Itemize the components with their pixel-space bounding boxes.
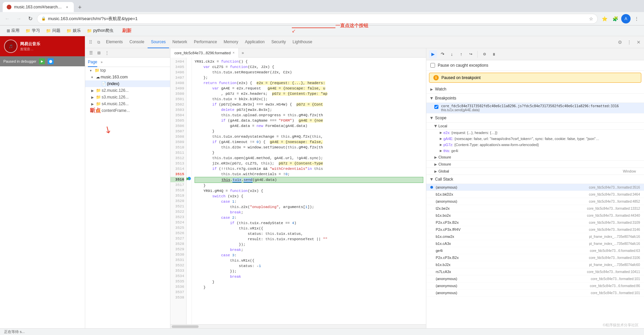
call-stack-item-4[interactable]: b1x.bo2x core_fdc5c84e73...formatted:443… (426, 212, 644, 219)
line-number: 3538 (170, 295, 184, 300)
apps-icon: ⊞ (7, 28, 10, 33)
scope-item-this[interactable]: ▶ this: ge4i (426, 148, 644, 154)
tab-network[interactable]: Network (169, 36, 191, 48)
call-stack-item-10[interactable]: P2x.cP3x.B2x core_fdc5c84e73...formatted… (426, 254, 644, 261)
call-stack-item-2[interactable]: (anonymous) core_fdc5c84e73...formatted:… (426, 198, 644, 205)
tree-item-s3[interactable]: ▶ 📁 s3.music.126... (85, 94, 170, 100)
new-file-btn[interactable]: ⊞ (96, 50, 102, 56)
menu-btn[interactable]: ⋮ (632, 14, 641, 23)
call-stack-item-3[interactable]: t2x.be2x core_fdc5c84e73...formatted:133… (426, 205, 644, 212)
watch-section-header[interactable]: ▶ Watch (426, 85, 644, 94)
apps-btn[interactable]: ⊞ 应用 (4, 27, 22, 34)
call-stack-item-14[interactable]: (anonymous) core_fdc5c84e73...6:formatte… (426, 282, 644, 289)
breakpoint-checkbox[interactable] (434, 105, 438, 109)
sidebar-toggle-btn[interactable]: ☰ (88, 50, 94, 56)
debug-record-btn[interactable]: ⬤ (48, 58, 54, 64)
step-out-btn[interactable]: ↑ (457, 50, 465, 58)
refresh-button[interactable]: ↻ (25, 14, 35, 23)
scroll-thumb[interactable] (172, 325, 199, 328)
breakpoint-entry[interactable]: core_fdc5c84e73173502fd5c40e6c11a8296.js… (426, 103, 644, 114)
cs-loc-8: pt_frame_index_...735e8074afc16 (589, 242, 640, 246)
bookmark-python[interactable]: 📁 python爬虫 (84, 27, 116, 34)
extension-btn[interactable]: 🧩 (610, 14, 620, 23)
editor-file-tab[interactable]: core_fdc5c84e73...8296:formatted × (170, 48, 239, 58)
tree-item-s4[interactable]: ▶ 📁 s4.music.126... (85, 100, 170, 107)
devtools-more-btn[interactable]: ⋮ (625, 38, 633, 46)
call-stack-item-11[interactable]: b1x.bJ2x pt_frame_index_...735e8074afc60 (426, 261, 644, 268)
call-stack-section-header[interactable]: ▶ Call Stack (426, 175, 644, 184)
bookmark-entertainment[interactable]: 📁 娱乐 (64, 27, 84, 34)
closure-section-header[interactable]: ▶ Closure (426, 154, 644, 161)
browser-tab[interactable]: music.163.com/#/search… × (3, 2, 74, 12)
sidebar-expand-btn[interactable]: » (99, 59, 105, 65)
scope-section-header[interactable]: ▶ Scope (426, 114, 644, 123)
pause-exceptions-checkbox[interactable] (430, 63, 435, 68)
bookmark-problems[interactable]: 📁 问题 (43, 27, 63, 34)
deactivate-breakpoints-btn[interactable]: ⊝ (480, 50, 488, 58)
tab-sources[interactable]: Sources (148, 36, 169, 48)
step-into-btn[interactable]: ↓ (448, 50, 456, 58)
local-section-header[interactable]: ▶ Local (426, 123, 644, 130)
horizontal-scrollbar[interactable] (170, 324, 426, 328)
code-content[interactable]: YR91.ck2x = function() { var cLZ7S = fun… (192, 58, 426, 324)
address-bar[interactable]: 🔒 music.163.com/#/search/m/?s=夜航星&type=1… (37, 14, 598, 24)
call-stack-item-6[interactable]: P2x.cP3x.fR4V core_fdc5c84e73...formatte… (426, 226, 644, 233)
tree-item-music163[interactable]: ▾ ☁ music.163.com (85, 74, 170, 80)
resume-btn[interactable]: ▶ (429, 50, 437, 58)
code-line: case 2: (195, 215, 423, 220)
cs-loc-5: core_fdc5c84e73...formatted:3109 (589, 221, 640, 224)
call-stack-item-0[interactable]: (anonymous) core_fdc5c84e73...formatted:… (426, 184, 644, 191)
closure-label: Closure (438, 155, 451, 159)
pause-on-exceptions-btn[interactable]: ⏸ (490, 50, 498, 58)
bookmark-study[interactable]: 📁 学习 (23, 27, 43, 34)
closure2-section-header[interactable]: ▶ Closure (426, 161, 644, 168)
more-options-btn[interactable]: ⋮ (104, 50, 110, 56)
tab-application[interactable]: Application (241, 36, 268, 48)
editor-tab-close-icon[interactable]: × (233, 51, 235, 55)
page-label[interactable]: Page (88, 58, 97, 67)
bookmark-refresh[interactable]: 刷新 (119, 27, 134, 35)
tree-item-contentframe[interactable]: ▶ 📁 contentFrame... (85, 107, 170, 114)
global-section-header[interactable]: ▶ Global Window (426, 168, 644, 175)
step-over-btn[interactable]: ↷ (438, 50, 446, 58)
call-stack-item-15[interactable]: (anonymous) core_fdc5c84e73...formatted:… (426, 289, 644, 296)
address-star-icon[interactable]: ☆ (589, 16, 593, 21)
tab-memory[interactable]: Memory (220, 36, 241, 48)
devtools-settings-btn[interactable]: ⚙ (616, 38, 624, 46)
devtools-close-btn[interactable]: ✕ (635, 38, 643, 46)
tree-item-index[interactable]: 📄 (index) (85, 80, 170, 87)
breakpoints-section-header[interactable]: ▶ Breakpoints (426, 94, 644, 103)
call-stack-item-9[interactable]: ge4i core_fdc5c84e73...6:formatted:63 (426, 247, 644, 254)
tab-console[interactable]: Console (126, 36, 148, 48)
step-btn[interactable]: ↪ (467, 50, 475, 58)
new-tab-btn[interactable]: + (75, 3, 85, 12)
tab-lighthouse[interactable]: Lighthouse (289, 36, 316, 48)
scope-item-gA4E[interactable]: ▶ gA4E: {noescape: false, url: "/weapi/c… (426, 136, 644, 142)
back-button[interactable]: ← (3, 14, 12, 23)
line-number: 3534 (170, 273, 184, 279)
call-stack-item-8[interactable]: b1x.cA3x pt_frame_index_...735e8074afc16 (426, 240, 644, 247)
bookmark-star-btn[interactable]: ⭐ (600, 14, 609, 23)
debug-resume-btn[interactable]: ▶ (39, 58, 45, 64)
breakpoints-label: Breakpoints (435, 96, 456, 100)
tree-item-s2[interactable]: ▶ 📁 s2.music.126... (85, 87, 170, 94)
profile-btn[interactable]: A (621, 14, 631, 23)
code-line: , pG7z = e2x.headers; pG7z = {Content-Ty… (195, 91, 423, 96)
scope-item-e2x[interactable]: ▶ e2x: {request: {...}, headers: {…}} (426, 130, 644, 136)
tree-label-s2: s2.music.126... (102, 88, 129, 93)
call-stack-item-13[interactable]: (anonymous) core_fdc5c84e73...formatted:… (426, 275, 644, 282)
call-stack-item-5[interactable]: P2x.cP3x.B2x core_fdc5c84e73...formatted… (426, 219, 644, 226)
call-stack-item-7[interactable]: b1x.cmw2x pt_frame_index_...735e8074afc1… (426, 233, 644, 240)
forward-button[interactable]: → (14, 14, 23, 23)
devtools-dock-btn[interactable]: ⧉ (95, 38, 103, 46)
paused-overlay[interactable]: Paused in debugger ▶ ⬤ (0, 56, 85, 66)
editor-more-tabs-btn[interactable]: » (239, 48, 247, 58)
scope-item-pG7z[interactable]: ▶ pG7z: {Content-Type: application/x-www… (426, 142, 644, 148)
tab-elements[interactable]: Elements (103, 36, 126, 48)
tab-performance[interactable]: Performance (191, 36, 220, 48)
call-stack-item-12[interactable]: rs7LcA3x core_fdc5c84e73...formatted:104… (426, 268, 644, 275)
tree-item-top[interactable]: ▾ 📁 top (85, 67, 170, 74)
tab-security[interactable]: Security (268, 36, 289, 48)
call-stack-item-1[interactable]: b1x.bkD2x core_fdc5c84e73...formatted:34… (426, 191, 644, 198)
tab-close-icon[interactable]: × (64, 4, 70, 10)
